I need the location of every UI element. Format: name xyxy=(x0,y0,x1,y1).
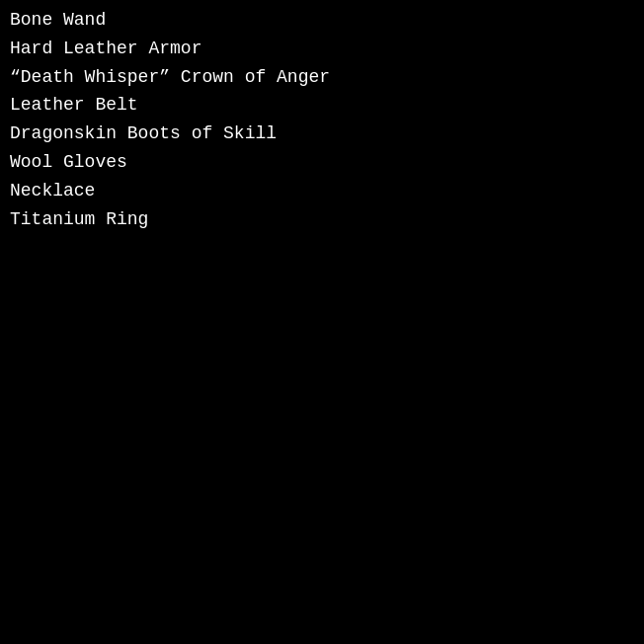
list-item[interactable]: Dragonskin Boots of Skill xyxy=(10,120,634,148)
list-item[interactable]: Hard Leather Armor xyxy=(10,35,634,63)
list-item[interactable]: Necklace xyxy=(10,177,634,205)
list-item[interactable]: “Death Whisper” Crown of Anger xyxy=(10,63,634,92)
list-item[interactable]: Bone Wand xyxy=(10,6,634,35)
list-item[interactable]: Titanium Ring xyxy=(10,205,634,234)
list-item[interactable]: Leather Belt xyxy=(10,91,634,120)
list-item[interactable]: Wool Gloves xyxy=(10,148,634,177)
item-list: Bone WandHard Leather Armor“Death Whispe… xyxy=(0,0,644,239)
